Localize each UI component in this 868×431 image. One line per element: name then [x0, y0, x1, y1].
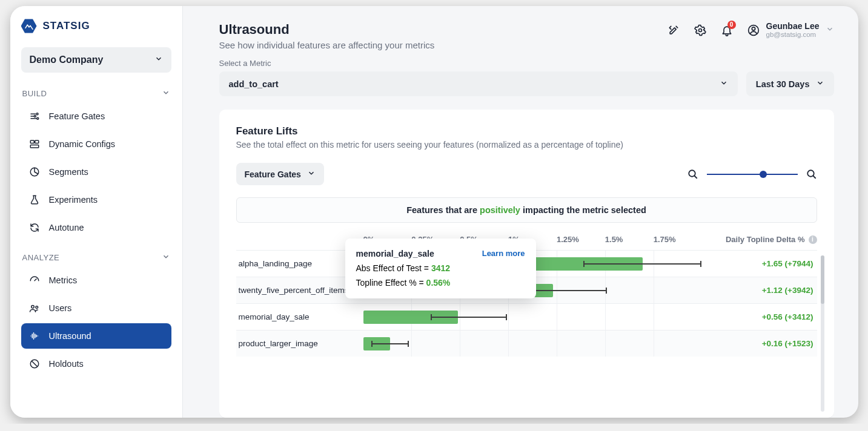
page-heading: Ultrasound See how individual features a… [219, 22, 435, 50]
company-selector-label: Demo Company [30, 54, 104, 65]
chevron-down-icon [154, 54, 163, 65]
nav-section-analyze-header[interactable]: ANALYZE [21, 250, 171, 266]
feature-name: alpha_landing_page [236, 259, 363, 268]
sidebar-item-label: Segments [49, 167, 88, 177]
sidebar: STATSIG Demo Company BUILD Feature Gates… [10, 6, 183, 418]
svg-line-14 [694, 176, 697, 179]
card-controls: Feature Gates [236, 163, 817, 185]
user-menu[interactable]: Geunbae Lee gb@statsig.com [747, 22, 834, 39]
sidebar-item-segments[interactable]: Segments [21, 159, 171, 185]
sidebar-item-label: Holdouts [49, 359, 84, 369]
tooltip-line2-label: Topline Effect % = [356, 278, 426, 288]
metric-select-label: Select a Metric [219, 59, 738, 68]
avatar-icon [747, 24, 760, 37]
sidebar-item-holdouts[interactable]: Holdouts [21, 351, 171, 377]
main-pane: Ultrasound See how individual features a… [183, 6, 858, 418]
sidebar-item-label: Feature Gates [49, 111, 105, 121]
sidebar-item-autotune[interactable]: Autotune [21, 215, 171, 240]
chevron-down-icon [162, 252, 170, 263]
tooltip-learn-more-link[interactable]: Learn more [482, 247, 525, 260]
impact-text-word: positively [480, 205, 520, 215]
zoom-control [687, 169, 817, 180]
chevron-down-icon [720, 79, 728, 89]
sliders-icon [28, 111, 41, 122]
chart-tooltip: memorial_day_sale Learn more Abs Effect … [345, 239, 536, 298]
metric-select-value: add_to_cart [229, 79, 279, 89]
delta-header-label: Daily Topline Delta % [726, 235, 805, 244]
brand-logo[interactable]: STATSIG [21, 18, 171, 34]
metric-controls: Select a Metric add_to_cart Last 30 Days [183, 59, 858, 96]
error-bar [431, 314, 507, 320]
gauge-icon [28, 275, 41, 286]
page-subtitle: See how individual features are affectin… [219, 40, 435, 50]
info-icon[interactable]: i [809, 235, 817, 244]
slider-thumb[interactable] [760, 171, 767, 178]
sidebar-item-label: Dynamic Configs [49, 139, 116, 149]
svg-point-1 [34, 116, 36, 117]
gear-icon[interactable] [694, 24, 707, 37]
chart-scrollbar[interactable] [821, 255, 824, 412]
axis-tick: 1.5% [605, 235, 654, 244]
notification-badge: 0 [727, 21, 736, 29]
sidebar-item-label: Users [49, 303, 72, 313]
sidebar-item-users[interactable]: Users [21, 295, 171, 321]
feature-name: twenty_five_percent_off_items [236, 286, 363, 295]
sidebar-item-dynamic-configs[interactable]: Dynamic Configs [21, 131, 171, 157]
user-text: Geunbae Lee gb@statsig.com [766, 22, 820, 39]
zoom-in-icon[interactable] [806, 169, 817, 180]
slider-track [707, 174, 798, 175]
error-bar [371, 341, 408, 347]
tools-icon[interactable] [667, 24, 680, 37]
pie-chart-icon [28, 166, 41, 177]
sidebar-item-ultrasound[interactable]: Ultrasound [21, 323, 171, 349]
user-name: Geunbae Lee [766, 22, 820, 31]
svg-rect-4 [35, 140, 38, 143]
table-row[interactable]: product_larger_image+0.16 (+1523) [236, 330, 817, 357]
chevron-down-icon [162, 88, 170, 99]
tooltip-title: memorial_day_sale [356, 247, 434, 262]
metric-select-group: Select a Metric add_to_cart [219, 59, 738, 96]
nav-section-build-header[interactable]: BUILD [21, 86, 171, 102]
feature-lifts-chart: 0%0.25%0.5%1%1.25%1.5%1.75% Daily Toplin… [236, 231, 817, 412]
bar-area [363, 304, 702, 330]
zoom-out-icon[interactable] [687, 169, 698, 180]
zoom-slider[interactable] [707, 169, 798, 180]
impact-banner: Features that are positively impacting t… [236, 197, 817, 223]
scrollbar-thumb[interactable] [821, 255, 824, 304]
nav-section-label: BUILD [22, 89, 47, 98]
user-email: gb@statsig.com [766, 31, 820, 39]
svg-line-16 [813, 176, 816, 179]
bell-icon[interactable]: 0 [720, 24, 734, 37]
sidebar-item-metrics[interactable]: Metrics [21, 268, 171, 293]
logo-mark-icon [21, 18, 37, 34]
svg-point-10 [698, 29, 701, 32]
svg-rect-3 [30, 140, 34, 143]
delta-value: +0.16 (+1523) [702, 339, 817, 348]
delta-value: +1.12 (+3942) [702, 286, 817, 295]
svg-point-0 [36, 113, 38, 115]
metric-select[interactable]: add_to_cart [219, 71, 738, 96]
chevron-down-icon [816, 79, 824, 89]
table-row[interactable]: memorial_day_sale+0.56 (+3412) [236, 303, 817, 330]
sidebar-item-feature-gates[interactable]: Feature Gates [21, 104, 171, 129]
feature-name: memorial_day_sale [236, 312, 363, 321]
app-frame: STATSIG Demo Company BUILD Feature Gates… [10, 6, 858, 418]
delta-value: +0.56 (+3412) [702, 312, 817, 321]
date-range-value: Last 30 Days [756, 79, 810, 89]
refresh-icon [28, 222, 41, 233]
tooltip-line2-value: 0.56% [426, 278, 451, 288]
impact-text-prefix: Features that are [406, 205, 480, 215]
feature-filter-select[interactable]: Feature Gates [236, 163, 324, 185]
axis-tick: 1.25% [557, 235, 605, 244]
date-range-select[interactable]: Last 30 Days [746, 71, 834, 96]
svg-rect-5 [30, 145, 39, 148]
sidebar-item-label: Autotune [49, 223, 84, 232]
sidebar-item-experiments[interactable]: Experiments [21, 187, 171, 212]
svg-point-12 [752, 27, 755, 30]
delta-value: +1.65 (+7944) [702, 259, 817, 268]
users-icon [28, 303, 41, 314]
page-title: Ultrasound [219, 22, 435, 38]
svg-point-7 [31, 306, 34, 309]
company-selector[interactable]: Demo Company [21, 47, 171, 73]
svg-point-15 [807, 170, 814, 177]
